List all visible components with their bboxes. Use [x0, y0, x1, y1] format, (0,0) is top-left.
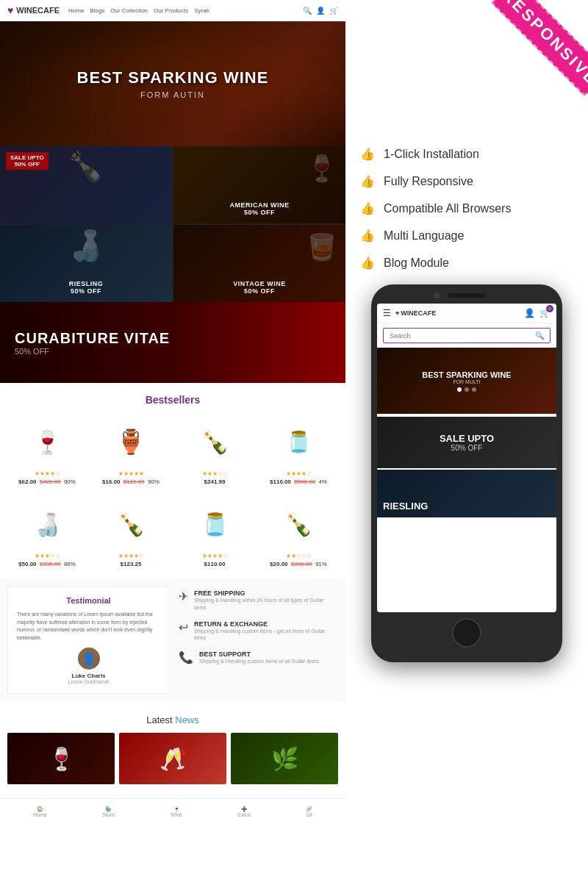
phone-home-button[interactable]	[452, 618, 481, 648]
phone-logo-icon: ♥	[395, 309, 399, 317]
product-price: $110.00	[178, 561, 251, 567]
product-image: 🫙	[178, 498, 251, 550]
product-card[interactable]: 🫙 ★★★★☆ $110.00 $566.00 4%	[259, 412, 338, 490]
sale-badge: SALE UPTO 50% OFF	[6, 152, 49, 170]
phone-promo-riesling[interactable]: RIESLING	[377, 470, 556, 517]
phone-account-icon[interactable]: 👤	[524, 308, 535, 318]
product-card[interactable]: 🍷 ★★★★☆ $62.00 $422.00 90%	[7, 412, 87, 490]
phone-search-icon[interactable]: 🔍	[535, 331, 544, 340]
brand-name: WINECAFE	[16, 6, 60, 15]
products-grid: 🍷 ★★★★☆ $62.00 $422.00 90% 🏺 ★★★★★ $16.0…	[0, 412, 345, 579]
news-card[interactable]: 🌿	[231, 733, 338, 787]
feature-1click-icon: 👍	[360, 147, 375, 161]
news-card[interactable]: 🍷	[7, 733, 115, 787]
product-card[interactable]: 🏺 ★★★★★ $16.00 $122.00 90%	[91, 412, 171, 490]
promo-vintage-wine[interactable]: 🥃 VINTAGE WINE 50% OFF	[173, 225, 345, 302]
product-card[interactable]: 🍾 ★★★☆☆ $241.99	[175, 412, 254, 490]
news-image-glass: 🥂	[119, 733, 226, 784]
dot-3	[472, 387, 476, 392]
phone-search-input[interactable]	[390, 332, 535, 340]
product-card[interactable]: 🫙 ★★★★☆ $110.00	[175, 494, 254, 572]
nav-collection[interactable]: Our Collection	[110, 7, 148, 14]
features-list: 👍 1-Click Installation 👍 Fully Responsiv…	[360, 147, 573, 270]
phone-screen: ☰ ♥ WINECAFE 👤 🛒 0	[377, 304, 556, 612]
phone-sale-title: SALE UPTO	[440, 433, 494, 444]
promo-riesling[interactable]: 🍶 RIESLING 50% OFF	[0, 225, 172, 302]
product-price: $62.00 $422.00 90%	[10, 478, 84, 485]
product-stars: ★★★★☆	[178, 553, 251, 559]
phone-hero: BEST SPARKING WINE FOR MULTI	[377, 348, 556, 414]
nav-products[interactable]: Our Products	[154, 7, 188, 14]
promo-vintage-label: VINTAGE WINE 50% OFF	[233, 280, 285, 295]
nav-icons: 🔍 👤 🛒	[303, 7, 338, 15]
product-image: 🏺	[94, 416, 168, 467]
phone-brand-name: WINECAFE	[401, 309, 436, 317]
feature-language-text: Multi Language	[384, 229, 464, 243]
footer-logo-5: 🔗Git	[306, 806, 312, 817]
sale-badge-line1: SALE UPTO	[10, 154, 44, 161]
feature-browsers: 👍 Compatible All Browsers	[360, 201, 573, 215]
phone-hero-sub: FOR MULTI	[453, 379, 480, 384]
dark-banner: CURABITURE VITAE 50% OFF	[0, 302, 345, 383]
testimonial-box: Testimonial There are many variations of…	[7, 587, 170, 694]
hero-section: BEST SPARKING WINE FORM AUTIN	[0, 21, 345, 146]
feature-browsers-text: Compatible All Browsers	[384, 202, 511, 215]
feature-shipping: ✈ FREE SHIPPING Shipping & Handling with…	[179, 589, 335, 612]
product-image: 🫙	[262, 416, 335, 467]
return-icon: ↩	[179, 620, 188, 634]
logo-icon: ♥	[7, 4, 13, 16]
footer-logo-2: 🏪Store	[102, 806, 115, 817]
promo-grid: SALE UPTO 50% OFF 🍾 🍷 AMERICAN WINE 50% …	[0, 146, 345, 302]
right-panel: RESPONSIVE 👍 1-Click Installation 👍 Full…	[345, 0, 588, 662]
phone-nav: ☰ ♥ WINECAFE 👤 🛒 0	[377, 304, 556, 323]
support-icon: 📞	[179, 650, 193, 664]
nav-blogs[interactable]: Blogs	[90, 7, 104, 14]
promo-american-wine[interactable]: 🍷 AMERICAN WINE 50% OFF	[173, 146, 345, 223]
shipping-icon: ✈	[179, 589, 188, 603]
feature-blog-text: Blog Module	[384, 257, 449, 270]
phone-cart-badge[interactable]: 🛒 0	[539, 308, 551, 318]
news-grid: 🍷 🥂 🌿	[7, 733, 338, 787]
promo-sale-upto[interactable]: SALE UPTO 50% OFF 🍾	[0, 146, 172, 223]
product-card[interactable]: 🍶 ★★★☆☆ $50.00 $335.00 86%	[7, 494, 87, 572]
features-box: ✈ FREE SHIPPING Shipping & Handling with…	[176, 587, 338, 694]
phone-riesling-label: RIESLING	[383, 501, 428, 512]
feature-return-text: RETURN & EXCHANGE Shipping & Handling cu…	[194, 620, 335, 642]
dark-banner-text: CURABITURE VITAE 50% OFF	[15, 330, 170, 356]
nav-home[interactable]: Home	[68, 7, 84, 14]
phone-search-bar[interactable]: 🔍	[383, 328, 551, 343]
news-card[interactable]: 🥂	[119, 733, 226, 787]
footer-logo-1: 🏠Home	[33, 806, 47, 817]
dot-2	[465, 387, 469, 392]
product-image: 🍾	[94, 498, 168, 550]
feature-blog: 👍 Blog Module	[360, 256, 573, 270]
phone-outer: ☰ ♥ WINECAFE 👤 🛒 0	[371, 284, 562, 662]
vintage-glass-icon: 🥃	[306, 232, 338, 262]
product-image: 🍷	[10, 416, 84, 467]
cart-icon[interactable]: 🛒	[329, 7, 338, 15]
feature-support: 📞 BEST SUPPORT Shipping & Handling custo…	[179, 650, 335, 665]
search-icon[interactable]: 🔍	[303, 7, 312, 15]
product-card[interactable]: 🍾 ★★★★☆ $123.25	[91, 494, 171, 572]
bottle-icon: 🍾	[68, 150, 104, 184]
phone-promo-sale[interactable]: SALE UPTO 50% OFF	[377, 417, 556, 468]
promo-riesling-label: RIESLING 50% OFF	[69, 280, 104, 295]
product-price: $110.00 $566.00 4%	[262, 478, 335, 485]
hamburger-icon[interactable]: ☰	[383, 308, 391, 318]
news-title-wrap: Latest News	[7, 714, 338, 725]
latest-news-section: Latest News 🍷 🥂 🌿	[0, 707, 345, 798]
feature-shipping-text: FREE SHIPPING Shipping & Handling within…	[194, 589, 335, 612]
product-card[interactable]: 🍾 ★★☆☆☆ $20.00 $206.00 91%	[259, 494, 338, 572]
testimonial-title: Testimonial	[17, 596, 160, 605]
product-image: 🍾	[178, 416, 251, 467]
responsive-badge-text: RESPONSIVE	[491, 0, 588, 96]
feature-blog-icon: 👍	[360, 256, 375, 270]
product-price: $123.25	[94, 561, 168, 567]
website-preview: ♥ WINECAFE Home Blogs Our Collection Our…	[0, 0, 345, 825]
hero-title: BEST SPARKING WINE	[77, 68, 269, 87]
product-price: $20.00 $206.00 91%	[262, 561, 335, 567]
nav-syrah[interactable]: Syrah	[194, 7, 209, 14]
account-icon[interactable]: 👤	[316, 7, 325, 15]
feature-1click: 👍 1-Click Installation	[360, 147, 573, 161]
feature-1click-text: 1-Click Installation	[384, 148, 479, 161]
